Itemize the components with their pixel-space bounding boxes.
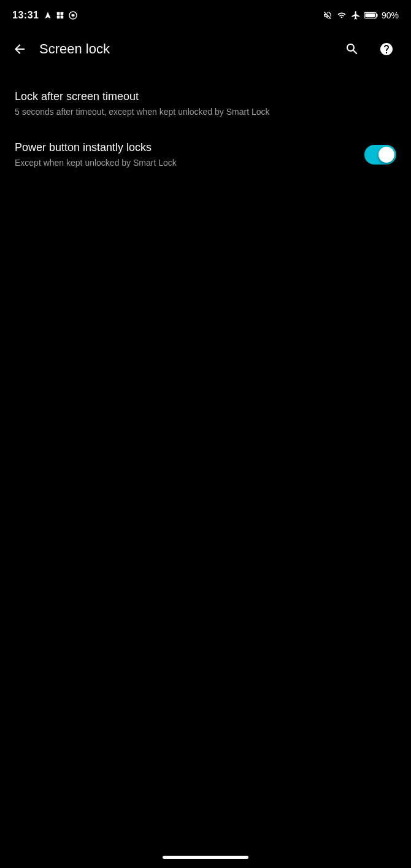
home-indicator — [163, 856, 248, 859]
svg-rect-1 — [61, 12, 64, 15]
svg-rect-0 — [57, 12, 60, 15]
wifi-icon — [336, 11, 347, 20]
svg-rect-7 — [365, 14, 375, 17]
bottom-bar — [0, 848, 411, 868]
battery-percent: 90% — [382, 10, 399, 20]
toggle-knob — [378, 147, 394, 163]
svg-rect-6 — [377, 14, 378, 17]
status-time: 13:31 — [12, 10, 39, 21]
page-title: Screen lock — [39, 41, 337, 57]
setting-text-power-button-locks: Power button instantly locks Except when… — [15, 141, 355, 169]
setting-item-lock-after-timeout[interactable]: Lock after screen timeout 5 seconds afte… — [0, 79, 411, 130]
back-button[interactable] — [5, 34, 34, 64]
status-icons-left — [44, 10, 78, 20]
toolbar: Screen lock — [0, 29, 411, 69]
setting-text-lock-after-timeout: Lock after screen timeout 5 seconds afte… — [15, 90, 396, 118]
setting-item-power-button-locks[interactable]: Power button instantly locks Except when… — [0, 130, 411, 180]
setting-title-power-button-locks: Power button instantly locks — [15, 141, 355, 155]
battery-icon — [364, 11, 378, 20]
svg-rect-3 — [61, 16, 64, 19]
setting-subtitle-power-button-locks: Except when kept unlocked by Smart Lock — [15, 157, 355, 169]
svg-rect-2 — [57, 16, 60, 19]
power-button-locks-toggle[interactable] — [364, 145, 396, 165]
status-left: 13:31 — [12, 10, 78, 21]
setting-title-lock-after-timeout: Lock after screen timeout — [15, 90, 396, 104]
airplane-icon — [351, 10, 361, 20]
mute-icon — [323, 10, 332, 20]
setting-subtitle-lock-after-timeout: 5 seconds after timeout, except when kep… — [15, 106, 396, 118]
settings-list: Lock after screen timeout 5 seconds afte… — [0, 79, 411, 180]
status-right: 90% — [323, 10, 399, 20]
navigation-icon — [44, 10, 52, 20]
search-button[interactable] — [337, 34, 367, 64]
status-bar: 13:31 — [0, 0, 411, 29]
ai-icon — [68, 10, 78, 20]
app-icon-1 — [56, 11, 64, 20]
toolbar-actions — [337, 34, 401, 64]
help-button[interactable] — [372, 34, 401, 64]
